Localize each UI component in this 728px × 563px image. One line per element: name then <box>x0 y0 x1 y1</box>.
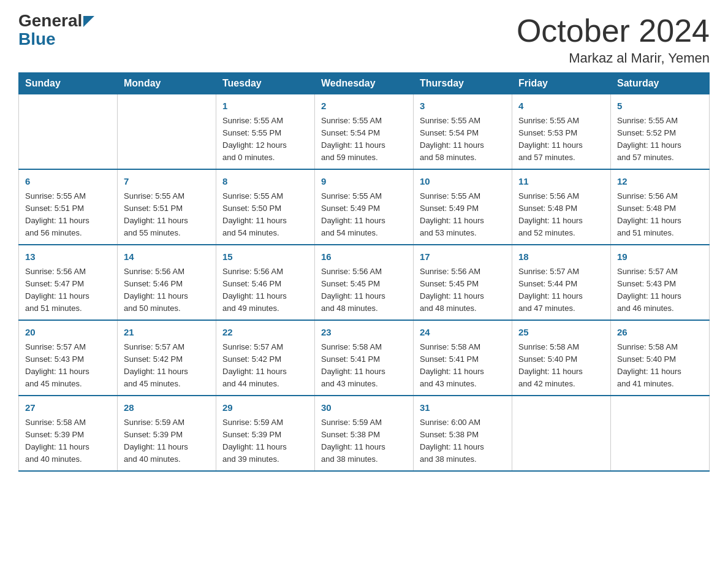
calendar-cell: 7Sunrise: 5:55 AM Sunset: 5:51 PM Daylig… <box>118 169 216 245</box>
calendar-cell: 9Sunrise: 5:55 AM Sunset: 5:49 PM Daylig… <box>315 169 414 245</box>
day-info: Sunrise: 5:56 AM Sunset: 5:46 PM Dayligh… <box>124 266 210 315</box>
day-number: 1 <box>222 99 308 113</box>
day-number: 9 <box>321 175 407 189</box>
day-number: 28 <box>124 401 210 415</box>
day-number: 8 <box>222 175 308 189</box>
day-info: Sunrise: 5:59 AM Sunset: 5:39 PM Dayligh… <box>222 416 308 466</box>
day-info: Sunrise: 5:58 AM Sunset: 5:40 PM Dayligh… <box>518 341 604 391</box>
calendar-cell: 21Sunrise: 5:57 AM Sunset: 5:42 PM Dayli… <box>118 320 216 396</box>
day-number: 19 <box>617 250 703 264</box>
calendar-cell <box>19 94 118 170</box>
calendar-cell: 26Sunrise: 5:58 AM Sunset: 5:40 PM Dayli… <box>611 320 710 396</box>
header-friday: Friday <box>512 73 611 94</box>
calendar-cell: 16Sunrise: 5:56 AM Sunset: 5:45 PM Dayli… <box>315 245 414 320</box>
day-info: Sunrise: 5:58 AM Sunset: 5:39 PM Dayligh… <box>25 416 111 466</box>
day-number: 31 <box>420 401 506 415</box>
calendar-week-1: 1Sunrise: 5:55 AM Sunset: 5:55 PM Daylig… <box>19 94 710 170</box>
day-info: Sunrise: 5:58 AM Sunset: 5:41 PM Dayligh… <box>321 341 407 391</box>
calendar-cell: 2Sunrise: 5:55 AM Sunset: 5:54 PM Daylig… <box>315 94 414 170</box>
header-wednesday: Wednesday <box>315 73 414 94</box>
calendar-cell: 3Sunrise: 5:55 AM Sunset: 5:54 PM Daylig… <box>414 94 512 170</box>
day-number: 5 <box>617 99 703 113</box>
calendar-cell <box>611 396 710 471</box>
day-info: Sunrise: 5:55 AM Sunset: 5:53 PM Dayligh… <box>518 115 604 164</box>
calendar-table: Sunday Monday Tuesday Wednesday Thursday… <box>18 72 710 472</box>
day-info: Sunrise: 5:55 AM Sunset: 5:51 PM Dayligh… <box>124 190 210 240</box>
day-number: 2 <box>321 99 407 113</box>
logo-arrow-icon <box>83 16 94 27</box>
day-number: 16 <box>321 250 407 264</box>
day-info: Sunrise: 5:55 AM Sunset: 5:51 PM Dayligh… <box>25 190 111 240</box>
day-number: 15 <box>222 250 308 264</box>
calendar-cell <box>118 94 216 170</box>
day-info: Sunrise: 5:56 AM Sunset: 5:47 PM Dayligh… <box>25 266 111 315</box>
day-number: 14 <box>124 250 210 264</box>
day-number: 10 <box>420 175 506 189</box>
calendar-cell: 27Sunrise: 5:58 AM Sunset: 5:39 PM Dayli… <box>19 396 118 471</box>
calendar-cell: 23Sunrise: 5:58 AM Sunset: 5:41 PM Dayli… <box>315 320 414 396</box>
day-number: 30 <box>321 401 407 415</box>
day-number: 25 <box>518 326 604 340</box>
day-number: 18 <box>518 250 604 264</box>
calendar-cell: 11Sunrise: 5:56 AM Sunset: 5:48 PM Dayli… <box>512 169 611 245</box>
day-info: Sunrise: 5:56 AM Sunset: 5:46 PM Dayligh… <box>222 266 308 315</box>
calendar-cell: 14Sunrise: 5:56 AM Sunset: 5:46 PM Dayli… <box>118 245 216 320</box>
logo-general-text: General <box>18 12 82 29</box>
day-info: Sunrise: 5:58 AM Sunset: 5:40 PM Dayligh… <box>617 341 703 391</box>
svg-marker-0 <box>83 16 94 27</box>
day-number: 13 <box>25 250 111 264</box>
calendar-cell <box>512 396 611 471</box>
day-info: Sunrise: 5:55 AM Sunset: 5:54 PM Dayligh… <box>321 115 407 164</box>
day-info: Sunrise: 5:57 AM Sunset: 5:44 PM Dayligh… <box>518 266 604 315</box>
day-info: Sunrise: 5:55 AM Sunset: 5:52 PM Dayligh… <box>617 115 703 164</box>
day-number: 11 <box>518 175 604 189</box>
calendar-cell: 12Sunrise: 5:56 AM Sunset: 5:48 PM Dayli… <box>611 169 710 245</box>
calendar-cell: 20Sunrise: 5:57 AM Sunset: 5:43 PM Dayli… <box>19 320 118 396</box>
calendar-week-5: 27Sunrise: 5:58 AM Sunset: 5:39 PM Dayli… <box>19 396 710 471</box>
day-number: 7 <box>124 175 210 189</box>
calendar-header: Sunday Monday Tuesday Wednesday Thursday… <box>19 73 710 94</box>
calendar-cell: 22Sunrise: 5:57 AM Sunset: 5:42 PM Dayli… <box>216 320 315 396</box>
calendar-cell: 6Sunrise: 5:55 AM Sunset: 5:51 PM Daylig… <box>19 169 118 245</box>
calendar-cell: 30Sunrise: 5:59 AM Sunset: 5:38 PM Dayli… <box>315 396 414 471</box>
day-info: Sunrise: 5:57 AM Sunset: 5:42 PM Dayligh… <box>124 341 210 391</box>
day-info: Sunrise: 5:59 AM Sunset: 5:38 PM Dayligh… <box>321 416 407 466</box>
day-info: Sunrise: 6:00 AM Sunset: 5:38 PM Dayligh… <box>420 416 506 466</box>
day-number: 20 <box>25 326 111 340</box>
page-subtitle: Markaz al Marir, Yemen <box>517 50 710 66</box>
logo: General Blue <box>18 12 94 48</box>
calendar-week-3: 13Sunrise: 5:56 AM Sunset: 5:47 PM Dayli… <box>19 245 710 320</box>
day-info: Sunrise: 5:55 AM Sunset: 5:49 PM Dayligh… <box>321 190 407 240</box>
day-number: 29 <box>222 401 308 415</box>
calendar-cell: 5Sunrise: 5:55 AM Sunset: 5:52 PM Daylig… <box>611 94 710 170</box>
day-number: 23 <box>321 326 407 340</box>
title-block: October 2024 Markaz al Marir, Yemen <box>517 12 710 66</box>
header-thursday: Thursday <box>414 73 512 94</box>
calendar-cell: 18Sunrise: 5:57 AM Sunset: 5:44 PM Dayli… <box>512 245 611 320</box>
calendar-cell: 15Sunrise: 5:56 AM Sunset: 5:46 PM Dayli… <box>216 245 315 320</box>
calendar-cell: 28Sunrise: 5:59 AM Sunset: 5:39 PM Dayli… <box>118 396 216 471</box>
calendar-cell: 24Sunrise: 5:58 AM Sunset: 5:41 PM Dayli… <box>414 320 512 396</box>
day-number: 3 <box>420 99 506 113</box>
day-number: 17 <box>420 250 506 264</box>
day-number: 6 <box>25 175 111 189</box>
header-sunday: Sunday <box>19 73 118 94</box>
calendar-cell: 4Sunrise: 5:55 AM Sunset: 5:53 PM Daylig… <box>512 94 611 170</box>
day-number: 22 <box>222 326 308 340</box>
header-saturday: Saturday <box>611 73 710 94</box>
day-info: Sunrise: 5:57 AM Sunset: 5:43 PM Dayligh… <box>25 341 111 391</box>
day-info: Sunrise: 5:56 AM Sunset: 5:45 PM Dayligh… <box>420 266 506 315</box>
calendar-cell: 1Sunrise: 5:55 AM Sunset: 5:55 PM Daylig… <box>216 94 315 170</box>
day-info: Sunrise: 5:58 AM Sunset: 5:41 PM Dayligh… <box>420 341 506 391</box>
day-info: Sunrise: 5:59 AM Sunset: 5:39 PM Dayligh… <box>124 416 210 466</box>
day-number: 21 <box>124 326 210 340</box>
header-tuesday: Tuesday <box>216 73 315 94</box>
day-info: Sunrise: 5:56 AM Sunset: 5:48 PM Dayligh… <box>518 190 604 240</box>
page-header: General Blue October 2024 Markaz al Mari… <box>18 12 710 66</box>
day-number: 4 <box>518 99 604 113</box>
calendar-cell: 31Sunrise: 6:00 AM Sunset: 5:38 PM Dayli… <box>414 396 512 471</box>
calendar-cell: 13Sunrise: 5:56 AM Sunset: 5:47 PM Dayli… <box>19 245 118 320</box>
day-number: 27 <box>25 401 111 415</box>
day-info: Sunrise: 5:55 AM Sunset: 5:55 PM Dayligh… <box>222 115 308 164</box>
page-title: October 2024 <box>517 12 710 49</box>
